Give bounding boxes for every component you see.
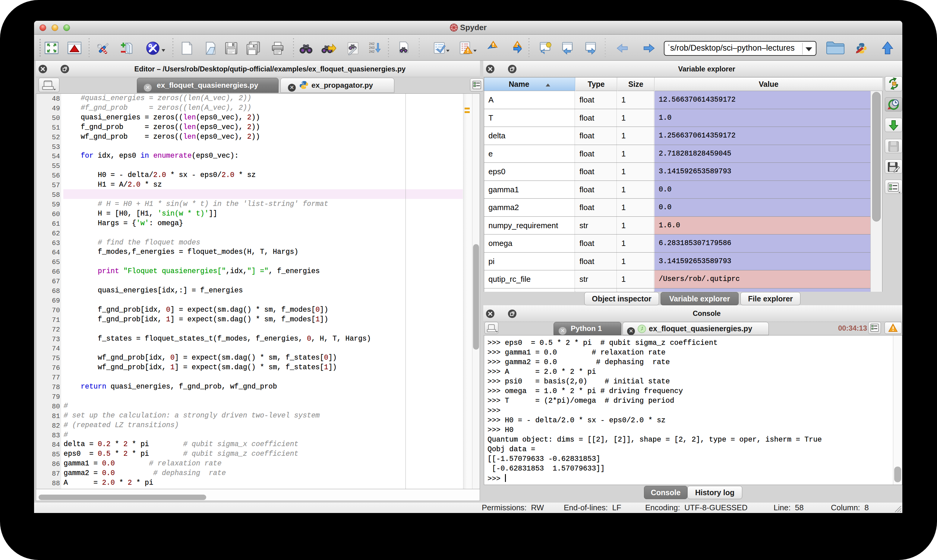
svg-text:242: 242	[369, 50, 374, 53]
svg-text:242: 242	[369, 42, 374, 46]
svg-text:243: 243	[369, 46, 374, 49]
